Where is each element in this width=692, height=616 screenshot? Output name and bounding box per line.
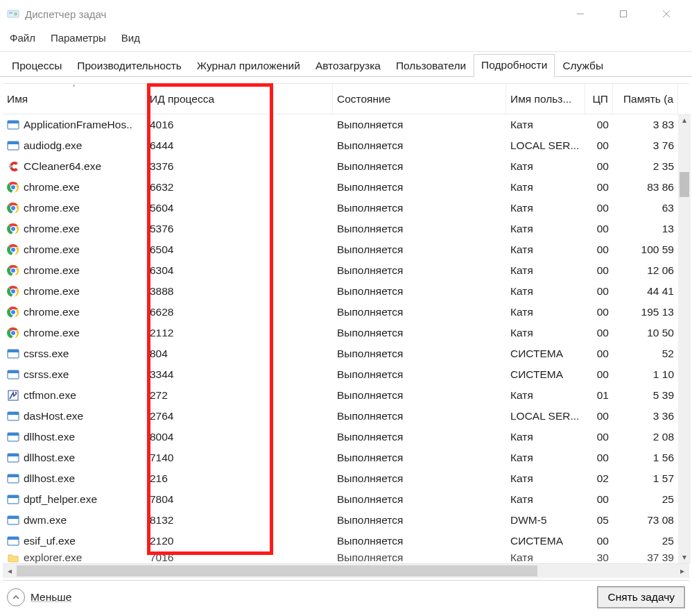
col-header-mem[interactable]: Память (а [613, 84, 678, 114]
minimize-button[interactable] [559, 0, 602, 28]
scroll-thumb-h[interactable] [17, 565, 537, 576]
tab-startup[interactable]: Автозагрузка [308, 55, 388, 77]
table-row[interactable]: dwm.exe8132ВыполняетсяDWM-50573 08 [3, 510, 689, 531]
cell-cpu: 00 [585, 348, 613, 360]
table-row[interactable]: dasHost.exe2764ВыполняетсяLOCAL SER...00… [3, 406, 689, 427]
tab-processes[interactable]: Процессы [4, 55, 69, 77]
cell-cpu: 01 [585, 389, 613, 402]
window-icon [7, 410, 19, 422]
cell-name: chrome.exe [3, 202, 146, 214]
process-name: chrome.exe [24, 285, 80, 298]
cell-cpu: 00 [585, 285, 613, 298]
col-header-user[interactable]: Имя польз... [506, 84, 585, 114]
table-row[interactable]: chrome.exe6632ВыполняетсяКатя0083 86 [3, 177, 689, 198]
table-row[interactable]: explorer.exe7016ВыполняетсяКатя3037 39 [3, 551, 689, 563]
horizontal-scrollbar[interactable]: ◂ ▸ [3, 563, 689, 577]
scroll-down-icon[interactable]: ▾ [678, 551, 691, 563]
cell-user: DWM-5 [506, 514, 585, 527]
end-task-button[interactable]: Снять задачу [597, 586, 685, 608]
cell-user: Катя [506, 389, 585, 402]
col-header-cpu[interactable]: ЦП [585, 84, 613, 114]
scroll-left-icon[interactable]: ◂ [3, 564, 17, 578]
tab-users[interactable]: Пользователи [388, 55, 474, 77]
scroll-up-icon[interactable]: ▴ [678, 114, 691, 126]
cell-pid: 6628 [146, 306, 333, 318]
scroll-right-icon[interactable]: ▸ [675, 564, 689, 578]
cell-pid: 7804 [146, 493, 333, 506]
table-row[interactable]: ctfmon.exe272ВыполняетсяКатя015 39 [3, 385, 689, 406]
cell-name: csrss.exe [3, 368, 146, 381]
cell-user: СИСТЕМА [506, 348, 585, 360]
cell-name: csrss.exe [3, 348, 146, 360]
window-icon [7, 535, 19, 547]
tab-services[interactable]: Службы [555, 55, 611, 77]
table-row[interactable]: dllhost.exe8004ВыполняетсяКатя002 08 [3, 427, 689, 447]
table-row[interactable]: dllhost.exe216ВыполняетсяКатя021 57 [3, 468, 689, 489]
cell-name: ApplicationFrameHos.. [3, 119, 146, 131]
ctfmon-icon [7, 389, 19, 402]
cell-name: chrome.exe [3, 243, 146, 256]
cell-user: LOCAL SER... [506, 139, 585, 152]
table-row[interactable]: csrss.exe3344ВыполняетсяСИСТЕМА001 10 [3, 364, 689, 385]
cell-status: Выполняется [333, 368, 506, 381]
cell-mem: 25 [613, 535, 678, 547]
cell-status: Выполняется [333, 389, 506, 402]
table-row[interactable]: chrome.exe5604ВыполняетсяКатя0063 [3, 198, 689, 219]
cell-mem: 44 41 [613, 285, 678, 298]
cell-pid: 4016 [146, 119, 333, 131]
table-row[interactable]: chrome.exe2112ВыполняетсяКатя0010 50 [3, 323, 689, 343]
process-name: chrome.exe [24, 327, 80, 339]
process-name: explorer.exe [24, 551, 82, 563]
table-row[interactable]: esif_uf.exe2120ВыполняетсяСИСТЕМА0025 [3, 531, 689, 551]
table-row[interactable]: audiodg.exe6444ВыполняетсяLOCAL SER...00… [3, 135, 689, 156]
cell-cpu: 00 [585, 431, 613, 443]
process-name: dllhost.exe [24, 431, 75, 443]
close-button[interactable] [645, 0, 688, 28]
table-row[interactable]: chrome.exe6504ВыполняетсяКатя00100 59 [3, 239, 689, 260]
menu-options[interactable]: Параметры [44, 30, 113, 46]
tab-details[interactable]: Подробности [474, 54, 555, 77]
svg-point-2 [15, 12, 17, 15]
tab-performance[interactable]: Производительность [69, 55, 189, 77]
cell-pid: 8132 [146, 514, 333, 527]
cell-name: audiodg.exe [3, 139, 146, 152]
table-row[interactable]: chrome.exe6304ВыполняетсяКатя0012 06 [3, 260, 689, 281]
table-row[interactable]: csrss.exe804ВыполняетсяСИСТЕМА0052 [3, 343, 689, 364]
cell-status: Выполняется [333, 514, 506, 527]
table-row[interactable]: dllhost.exe7140ВыполняетсяКатя001 56 [3, 447, 689, 468]
fewer-details-button[interactable]: Меньше [7, 588, 71, 606]
maximize-button[interactable] [602, 0, 645, 28]
cell-cpu: 00 [585, 243, 613, 256]
table-row[interactable]: chrome.exe3888ВыполняетсяКатя0044 41 [3, 281, 689, 302]
table-row[interactable]: CCleaner64.exe3376ВыполняетсяКатя002 35 [3, 156, 689, 177]
cell-status: Выполняется [333, 181, 506, 194]
scroll-track[interactable] [17, 564, 675, 578]
menu-file[interactable]: Файл [3, 30, 42, 46]
scroll-thumb[interactable] [680, 172, 689, 197]
col-header-pid[interactable]: ИД процесса [146, 84, 333, 114]
vertical-scrollbar[interactable]: ▴ ▾ [678, 114, 691, 563]
ccleaner-icon [7, 160, 19, 173]
cell-status: Выполняется [333, 243, 506, 256]
cell-cpu: 00 [585, 368, 613, 381]
tab-apphistory[interactable]: Журнал приложений [189, 55, 308, 77]
cell-cpu: 00 [585, 223, 613, 235]
table-row[interactable]: chrome.exe5376ВыполняетсяКатя0013 [3, 219, 689, 239]
chrome-icon [7, 264, 19, 277]
table-row[interactable]: dptf_helper.exe7804ВыполняетсяКатя0025 [3, 489, 689, 510]
cell-status: Выполняется [333, 285, 506, 298]
cell-pid: 3344 [146, 368, 333, 381]
menu-view[interactable]: Вид [114, 30, 147, 46]
cell-status: Выполняется [333, 202, 506, 214]
cell-status: Выполняется [333, 472, 506, 485]
cell-name: explorer.exe [3, 551, 146, 563]
window-title: Диспетчер задач [25, 8, 106, 20]
table-row[interactable]: ApplicationFrameHos..4016ВыполняетсяКатя… [3, 114, 689, 135]
svg-rect-4 [621, 11, 627, 17]
col-header-status[interactable]: Состояние [333, 84, 506, 114]
cell-mem: 5 39 [613, 389, 678, 402]
col-header-name[interactable]: ˄ Имя [3, 84, 146, 114]
cell-mem: 195 13 [613, 306, 678, 318]
table-row[interactable]: chrome.exe6628ВыполняетсяКатя00195 13 [3, 302, 689, 323]
cell-name: chrome.exe [3, 327, 146, 339]
